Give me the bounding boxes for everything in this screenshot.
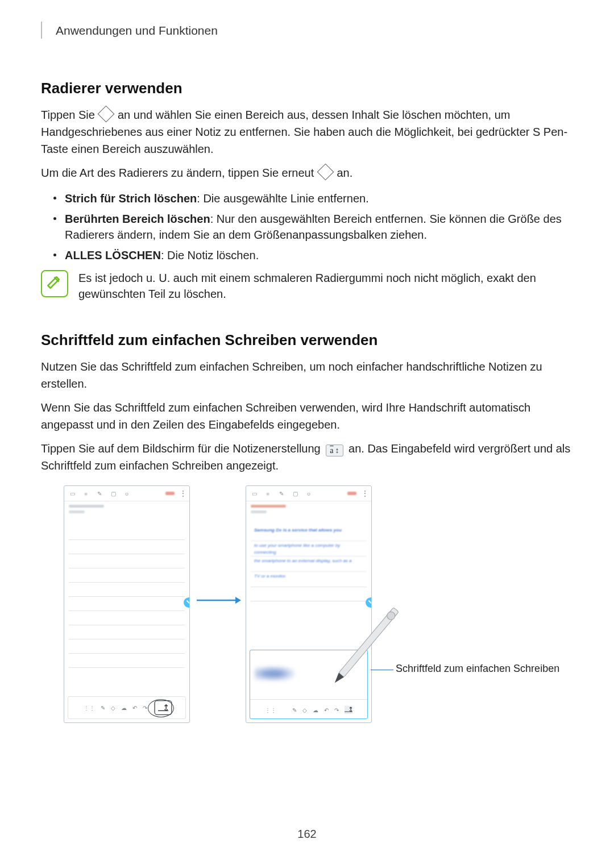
handwriting-line: Samsung Dx is a service that allows you bbox=[251, 526, 367, 541]
note-pencil-icon bbox=[41, 270, 68, 297]
list-item: Berührten Bereich löschen: Nur den ausge… bbox=[41, 209, 573, 245]
image-icon: ▢ bbox=[109, 491, 118, 497]
paragraph: Wenn Sie das Schriftfeld zum einfachen S… bbox=[41, 399, 573, 433]
note-ruled-area bbox=[69, 526, 185, 691]
save-pill-icon bbox=[347, 492, 356, 495]
heading-easywriting: Schriftfeld zum einfachen Schreiben verw… bbox=[41, 331, 573, 349]
note-text: Es ist jedoch u. U. auch mit einem schma… bbox=[78, 270, 573, 302]
phone-toolbar: ▭ ● ✎ ▢ ⌾ ⋮ bbox=[64, 486, 189, 501]
brush-icon: ✎ bbox=[95, 491, 104, 497]
chapter-title: Anwendungen und Funktionen bbox=[56, 24, 218, 37]
easy-writing-inline-icon: a↕ bbox=[326, 445, 343, 456]
svg-point-4 bbox=[385, 610, 397, 621]
mic-icon: ⌾ bbox=[122, 491, 131, 497]
pen-icon: ● bbox=[81, 491, 90, 497]
phone-toolbar: ▭ ● ✎ ▢ ⌾ ⋮ bbox=[246, 486, 371, 501]
redo-icon: ↷ bbox=[334, 707, 339, 713]
pen-icon: ● bbox=[263, 491, 272, 497]
cloud-icon: ☁ bbox=[313, 707, 318, 713]
heading-eraser: Radierer verwenden bbox=[41, 80, 573, 97]
grid-icon: ⋮⋮ bbox=[265, 707, 276, 713]
pen-tool-icon: ✎ bbox=[101, 705, 105, 711]
keyboard-icon: ▭ bbox=[250, 491, 259, 497]
floating-edit-icon bbox=[366, 597, 372, 608]
pen-tool-icon: ✎ bbox=[292, 707, 297, 713]
list-item: Strich für Strich löschen: Die ausgewähl… bbox=[41, 188, 573, 209]
paragraph: Tippen Sie an und wählen Sie einen Berei… bbox=[41, 106, 573, 157]
eraser-diamond-icon bbox=[317, 164, 334, 181]
phone-after: ▭ ● ✎ ▢ ⌾ ⋮ Samsung Dx is a service that… bbox=[246, 485, 372, 723]
callout-line bbox=[371, 670, 393, 671]
paragraph: Um die Art des Radierers zu ändern, tipp… bbox=[41, 164, 573, 181]
figure-callout-text: Schriftfeld zum einfachen Schreiben bbox=[396, 662, 559, 675]
eraser-diamond-icon: ◇ bbox=[302, 707, 307, 713]
more-icon: ⋮ bbox=[179, 491, 186, 496]
undo-icon: ↶ bbox=[132, 705, 137, 711]
undo-icon: ↶ bbox=[324, 707, 329, 713]
cloud-icon: ☁ bbox=[121, 705, 127, 711]
eraser-diamond-icon: ◇ bbox=[111, 705, 115, 711]
svg-marker-1 bbox=[235, 597, 241, 604]
bottom-toolbar: ⋮⋮ ✎ ◇ ☁ ↶ ↷ bbox=[68, 696, 186, 719]
floating-edit-icon bbox=[184, 597, 190, 608]
list-item: ALLES LÖSCHEN: Die Notiz löschen. bbox=[41, 245, 573, 265]
paragraph: Nutzen Sie das Schriftfeld zum einfachen… bbox=[41, 358, 573, 392]
mic-icon: ⌾ bbox=[304, 491, 313, 497]
figure-easywriting: ▭ ● ✎ ▢ ⌾ ⋮ ⋮⋮ ✎ bbox=[41, 485, 573, 730]
document-page: Anwendungen und Funktionen Radierer verw… bbox=[0, 0, 614, 730]
note-title-area bbox=[246, 501, 371, 517]
handwriting-line: TV or a monitor. bbox=[251, 571, 367, 587]
easy-writing-toggle-icon bbox=[345, 706, 352, 714]
save-pill-icon bbox=[165, 492, 175, 495]
keyboard-icon: ▭ bbox=[68, 491, 77, 497]
brush-icon: ✎ bbox=[277, 491, 286, 497]
note-box: Es ist jedoch u. U. auch mit einem schma… bbox=[41, 270, 573, 302]
easy-writing-toolbar: ⋮⋮ ✎ ◇ ☁ ↶ ↷ bbox=[250, 701, 367, 719]
image-icon: ▢ bbox=[291, 491, 300, 497]
page-number: 162 bbox=[0, 828, 614, 841]
redo-icon: ↷ bbox=[143, 705, 147, 711]
handwriting-line: to use your smartphone like a computer b… bbox=[251, 541, 367, 556]
eraser-diamond-icon bbox=[98, 106, 115, 123]
phone-before: ▭ ● ✎ ▢ ⌾ ⋮ ⋮⋮ ✎ bbox=[64, 485, 190, 723]
note-ruled-area: Samsung Dx is a service that allows you … bbox=[251, 526, 367, 647]
easy-writing-input-row bbox=[250, 650, 367, 700]
easy-writing-toggle-icon bbox=[154, 700, 172, 715]
easy-writing-panel: ⋮⋮ ✎ ◇ ☁ ↶ ↷ bbox=[250, 650, 368, 719]
note-title-area bbox=[64, 501, 189, 517]
paragraph: Tippen Sie auf dem Bildschirm für die No… bbox=[41, 440, 573, 474]
more-icon: ⋮ bbox=[361, 491, 368, 496]
handwriting-line: the smartphone to an external display, s… bbox=[251, 556, 367, 571]
running-header: Anwendungen und Funktionen bbox=[41, 22, 573, 39]
bullet-list: Strich für Strich löschen: Die ausgewähl… bbox=[41, 188, 573, 265]
arrow-icon bbox=[196, 595, 241, 606]
grid-icon: ⋮⋮ bbox=[84, 705, 95, 711]
handwriting-ink bbox=[255, 664, 294, 683]
